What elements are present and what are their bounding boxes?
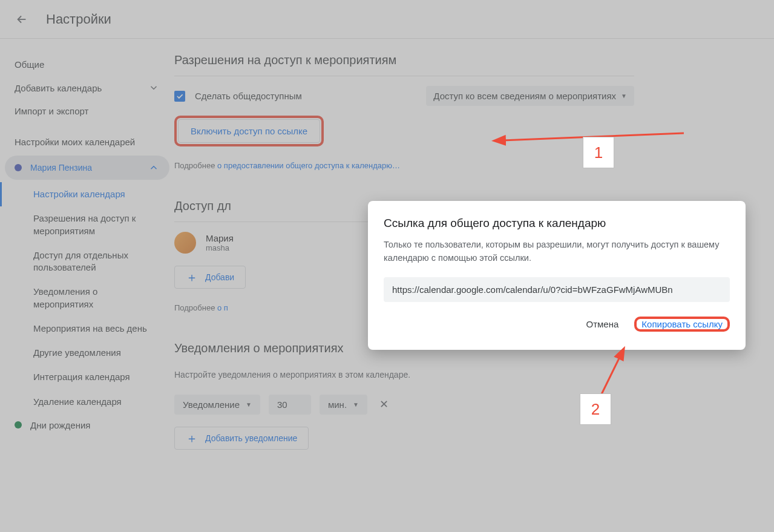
sidebar-subitem-permissions[interactable]: Разрешения на доступ к мероприятиям xyxy=(0,206,174,243)
sidebar: Общие Добавить календарь Импорт и экспор… xyxy=(0,39,174,532)
sidebar-item-label: Добавить календарь xyxy=(15,83,102,93)
annotation-badge-1: 1 xyxy=(583,137,614,168)
sidebar-section-my-calendars: Настройки моих календарей xyxy=(0,122,174,153)
copy-link-button[interactable]: Копировать ссылку xyxy=(637,315,727,333)
annotation-highlight-1: Включить доступ по ссылке xyxy=(174,116,324,146)
sidebar-item-general[interactable]: Общие xyxy=(0,53,174,76)
sidebar-item-label: Общие xyxy=(15,59,44,70)
avatar xyxy=(174,232,196,254)
help-prefix: Подробнее xyxy=(174,161,217,170)
add-notification-button[interactable]: ＋ Добавить уведомление xyxy=(174,427,309,450)
dialog-actions: Отмена Копировать ссылку xyxy=(384,314,730,334)
notifications-desc: Настройте уведомления о мероприятиях в э… xyxy=(174,370,634,379)
notification-type-value: Уведомление xyxy=(183,399,240,410)
specific-access-help-link[interactable]: о п xyxy=(217,303,228,312)
dialog-description: Только те пользователи, которым вы разре… xyxy=(384,238,730,265)
sidebar-subitem-calendar-settings[interactable]: Настройки календаря xyxy=(0,182,174,206)
sidebar-subitem-integration[interactable]: Интеграция календаря xyxy=(0,365,174,389)
sidebar-calendar-name: Мария Пензина xyxy=(30,163,148,172)
chevron-up-icon xyxy=(148,162,160,174)
add-people-button[interactable]: ＋ Добави xyxy=(174,266,246,289)
make-public-checkbox[interactable] xyxy=(174,91,185,102)
notification-value-input[interactable]: 30 xyxy=(269,395,311,415)
sidebar-sublist: Настройки календаря Разрешения на доступ… xyxy=(0,182,174,414)
calendar-color-dot xyxy=(15,164,22,171)
sidebar-subitem-event-notifications[interactable]: Уведомления о мероприятиях xyxy=(0,280,174,317)
visibility-select[interactable]: Доступ ко всем сведениям о мероприятиях … xyxy=(426,86,634,106)
back-arrow-icon[interactable] xyxy=(15,12,29,27)
sidebar-calendar-name: Дни рождения xyxy=(30,420,90,430)
section-title: Разрешения на доступ к мероприятиям xyxy=(174,53,634,76)
permissions-help-text: Подробнее о предоставлении общего доступ… xyxy=(174,161,634,170)
notification-unit-value: мин. xyxy=(328,399,347,410)
notification-unit-select[interactable]: мин. ▼ xyxy=(320,395,367,415)
sidebar-item-import-export[interactable]: Импорт и экспорт xyxy=(0,100,174,122)
sidebar-calendar-birthdays[interactable]: Дни рождения xyxy=(0,414,174,436)
add-notification-label: Добавить уведомление xyxy=(205,433,297,443)
cancel-button[interactable]: Отмена xyxy=(582,314,622,334)
dropdown-triangle-icon: ▼ xyxy=(353,401,359,408)
sidebar-subitem-specific-access[interactable]: Доступ для отдельных пользователей xyxy=(0,243,174,280)
calendar-color-dot xyxy=(15,421,22,429)
dialog-title: Ссылка для общего доступа к календарю xyxy=(384,217,730,230)
sidebar-subitem-all-day[interactable]: Мероприятия на весь день xyxy=(0,317,174,341)
shared-user-email: masha xyxy=(206,243,234,252)
plus-icon: ＋ xyxy=(186,273,198,281)
dropdown-triangle-icon: ▼ xyxy=(246,401,252,408)
sidebar-calendar-active[interactable]: Мария Пензина xyxy=(5,156,169,180)
chevron-down-icon xyxy=(148,82,160,94)
plus-icon: ＋ xyxy=(186,434,198,442)
section-notifications: Уведомления о мероприятиях Настройте уве… xyxy=(174,341,634,450)
page-title: Настройки xyxy=(46,11,111,27)
add-people-label: Добави xyxy=(205,272,234,282)
visibility-select-value: Доступ ко всем сведениям о мероприятиях xyxy=(433,91,616,101)
sidebar-item-add-calendar[interactable]: Добавить календарь xyxy=(0,76,174,100)
sidebar-subitem-delete[interactable]: Удаление календаря xyxy=(0,390,174,414)
shared-user-name: Мария xyxy=(206,233,234,243)
annotation-highlight-2: Копировать ссылку xyxy=(634,317,730,332)
share-url-field[interactable]: https://calendar.google.com/calendar/u/0… xyxy=(384,277,730,302)
make-public-label: Сделать общедоступным xyxy=(195,91,302,101)
dropdown-triangle-icon: ▼ xyxy=(621,93,627,99)
notification-row: Уведомление ▼ 30 мин. ▼ ✕ xyxy=(174,394,634,415)
sidebar-item-label: Импорт и экспорт xyxy=(15,106,88,116)
help-prefix: Подробнее xyxy=(174,303,217,312)
enable-link-access-button[interactable]: Включить доступ по ссылке xyxy=(178,119,320,143)
permissions-help-link[interactable]: о предоставлении общего доступа к календ… xyxy=(217,161,400,170)
sidebar-subitem-other-notifications[interactable]: Другие уведомления xyxy=(0,341,174,365)
notification-type-select[interactable]: Уведомление ▼ xyxy=(174,395,260,415)
annotation-badge-2: 2 xyxy=(580,393,611,425)
section-permissions: Разрешения на доступ к мероприятиям Сдел… xyxy=(174,53,634,170)
share-link-dialog: Ссылка для общего доступа к календарю То… xyxy=(368,201,746,350)
remove-notification-icon[interactable]: ✕ xyxy=(376,394,392,415)
topbar: Настройки xyxy=(0,0,774,39)
